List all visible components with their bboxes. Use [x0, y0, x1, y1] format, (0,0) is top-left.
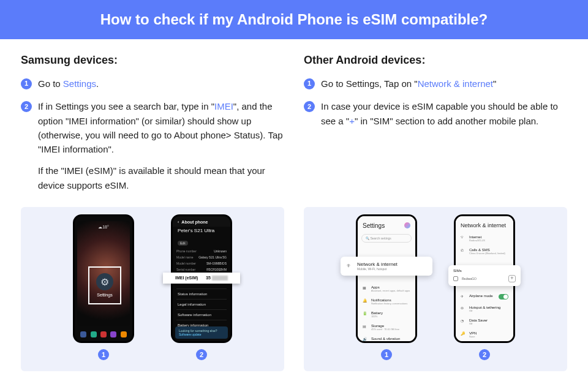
text: . — [96, 78, 99, 89]
sims-callout: SIMs RedteaGO + — [448, 265, 521, 286]
row-val: SM-G998B/DS — [206, 262, 227, 265]
wifi-icon: ᯤ — [347, 263, 352, 269]
android-phone-network: Network & internet ᯤInternetRedteaGO-US … — [454, 214, 515, 343]
settings-link[interactable]: Settings — [63, 78, 96, 89]
edit-button: Edit — [178, 241, 188, 246]
weather-widget: ☁18° — [75, 225, 132, 230]
battery-icon: 🔋 — [363, 311, 368, 318]
text: Go to Settings, Tap on " — [321, 78, 418, 89]
text: Assistant, recent apps, default apps — [371, 289, 410, 292]
screenshot-badge-1: 1 — [381, 349, 392, 360]
text: " — [493, 78, 496, 89]
other-step-2: 2 In case your device is eSIM capable yo… — [304, 99, 567, 128]
network-internet-link[interactable]: Network & internet — [418, 78, 493, 89]
step-badge: 1 — [304, 78, 315, 89]
row-key: Phone number — [176, 249, 197, 253]
imei-prefix: 35 — [206, 276, 211, 280]
text: Off — [469, 322, 488, 325]
row-key: Model name — [176, 255, 194, 259]
toggle — [499, 294, 508, 300]
other-screenshots: Settings 🔍 Search settings ▦AppsAssistan… — [304, 207, 567, 371]
wifi-icon: ᯤ — [461, 235, 466, 239]
screenshots-row: ☁18° ⚙ Settings 1 ‹ About p — [0, 201, 588, 371]
page-title: How to check if my Android Phone is eSIM… — [0, 0, 588, 39]
avatar — [404, 222, 410, 228]
notifications-icon: 🔔 — [363, 298, 368, 305]
samsung-step-2: 2 If in Settings you see a search bar, t… — [21, 99, 284, 192]
text: Notification history, conversations — [371, 302, 407, 305]
text: Looking for something else? — [179, 329, 224, 333]
screenshot-badge-2: 2 — [196, 349, 207, 360]
text: If in Settings you see a search bar, typ… — [38, 101, 214, 111]
list-item: Hotspot & tethering — [469, 306, 500, 309]
samsung-phone-home: ☁18° ⚙ Settings — [73, 214, 134, 343]
list-item: Sound & vibration — [371, 337, 400, 341]
device-name: Peter's S21 Ultra — [178, 228, 214, 233]
back-icon: ‹ — [178, 220, 179, 224]
instructions-columns: Samsung devices: 1 Go to Settings. 2 If … — [0, 39, 588, 201]
list-item: Software information — [176, 309, 227, 320]
list-item: Status information — [176, 288, 227, 299]
samsung-heading: Samsung devices: — [21, 54, 284, 67]
text: Off — [469, 309, 500, 312]
list-item: Data Saver — [469, 318, 488, 322]
list-item: Battery — [371, 311, 383, 315]
settings-title: Settings — [363, 222, 385, 229]
imei-esim-callout: IMEI (eSIM) 35 — [163, 273, 240, 284]
text: " in "SIM" section to add another mobile… — [355, 116, 538, 126]
text: None — [469, 335, 477, 338]
samsung-column: Samsung devices: 1 Go to Settings. 2 If … — [21, 54, 284, 201]
about-phone-title: About phone — [181, 220, 208, 224]
phone-icon: ✆ — [461, 248, 466, 252]
step-badge: 2 — [21, 101, 32, 112]
other-heading: Other Android devices: — [304, 54, 567, 67]
row-val: Unknown — [214, 249, 227, 253]
row-val: R5CR10E8VM — [206, 268, 227, 271]
settings-label: Settings — [97, 293, 112, 297]
network-internet-callout: ᯤ Network & internet Mobile, Wi-Fi, hots… — [341, 257, 432, 276]
apps-icon: ▦ — [363, 285, 368, 292]
storage-icon: ▤ — [363, 324, 368, 331]
other-column: Other Android devices: 1 Go to Settings,… — [304, 54, 567, 201]
text: 45% used · 70.61 GB free — [371, 328, 399, 331]
row-key: Model number — [176, 262, 196, 265]
samsung-step-1: 1 Go to Settings. — [21, 77, 284, 91]
plus-link[interactable]: + — [349, 116, 355, 126]
row-val: Galaxy S21 Ultra 5G — [198, 255, 227, 259]
ni-title: Network & internet — [357, 262, 398, 267]
vpn-icon: 🔑 — [461, 331, 466, 336]
text: 100% — [371, 315, 383, 318]
imei-label: IMEI (eSIM) — [175, 276, 198, 280]
plus-icon: + — [508, 275, 516, 282]
sim-name: RedteaGO — [462, 277, 505, 281]
airplane-icon: ✈ — [461, 294, 466, 298]
text: China Unicom (Mainland, limited) — [469, 252, 505, 255]
ni-sub: Mobile, Wi-Fi, hotspot — [357, 267, 398, 271]
settings-app-highlight: ⚙ Settings — [88, 266, 121, 304]
samsung-phone-about: ‹ About phone Peter's S21 Ultra Edit Pho… — [171, 214, 232, 343]
screenshot-badge-2: 2 — [479, 349, 490, 360]
gear-icon: ⚙ — [96, 273, 113, 290]
search-input: 🔍 Search settings — [361, 234, 412, 243]
step-badge: 2 — [304, 101, 315, 112]
sound-icon: 🔊 — [363, 337, 368, 341]
list-item: Legal information — [176, 299, 227, 309]
imei-blurred — [212, 276, 228, 281]
text: If the "IMEI (eSIM)" is available it sho… — [38, 164, 284, 192]
text: Software update — [179, 333, 224, 336]
row-key: Serial number — [176, 268, 195, 271]
samsung-screenshots: ☁18° ⚙ Settings 1 ‹ About p — [21, 207, 284, 371]
list-item: Airplane mode — [469, 294, 493, 298]
datasaver-icon: ◔ — [461, 318, 466, 323]
step-badge: 1 — [21, 78, 32, 89]
screenshot-badge-1: 1 — [98, 349, 109, 360]
sims-label: SIMs — [453, 269, 516, 273]
hotspot-icon: ⊚ — [461, 306, 466, 310]
other-step-1: 1 Go to Settings, Tap on "Network & inte… — [304, 77, 567, 91]
footer-card: Looking for something else? Software upd… — [175, 326, 228, 339]
imei-link[interactable]: IMEI — [214, 101, 233, 111]
network-internet-title: Network & internet — [456, 216, 513, 232]
android-phone-settings: Settings 🔍 Search settings ▦AppsAssistan… — [356, 214, 417, 343]
text: Go to — [38, 78, 63, 89]
list-item: VPN — [469, 331, 477, 335]
